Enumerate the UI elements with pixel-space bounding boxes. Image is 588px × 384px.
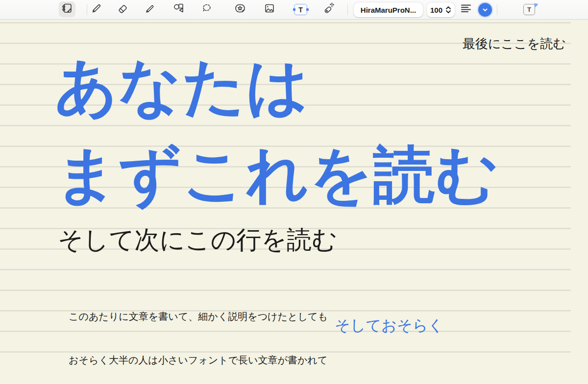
laser-pointer-tool[interactable] <box>320 1 337 17</box>
top-right-note-text[interactable]: 最後にここを読む <box>463 35 566 52</box>
stepper-chevrons-icon <box>445 6 451 14</box>
pen-tool[interactable] <box>88 1 105 17</box>
toolbar: T HiraMaruProN... 100 <box>0 0 588 20</box>
eraser-icon <box>116 1 129 17</box>
image-icon <box>263 1 276 17</box>
side-note-text[interactable]: そしておそらく 左の文章を読む前に この文章を読む <box>335 267 473 384</box>
lasso-tool[interactable] <box>198 1 215 17</box>
image-tool[interactable] <box>261 1 278 17</box>
text-align-button[interactable] <box>458 1 474 17</box>
selection-handle-right <box>306 8 309 11</box>
font-family-button[interactable]: HiraMaruProN... <box>354 2 423 17</box>
heart-icon: ♥ <box>533 0 539 9</box>
headline-line2-text[interactable]: まずこれを読む <box>55 144 499 206</box>
text-tool-selected[interactable]: T <box>294 4 307 15</box>
notebook-icon <box>60 1 74 17</box>
favorite-text-letter: T <box>527 6 531 13</box>
chevron-down-icon <box>482 6 489 13</box>
toolbar-divider <box>347 4 348 15</box>
laser-pointer-icon <box>321 1 335 17</box>
paragraph-line: このあたりに文章を書いて、細かく説明をつけたとしても <box>69 310 328 324</box>
text-align-icon <box>460 2 472 17</box>
highlighter-tool[interactable] <box>142 1 159 17</box>
pen-icon <box>90 1 103 17</box>
shapes-icon <box>172 1 186 17</box>
toolbar-divider <box>87 4 87 15</box>
second-line-text[interactable]: そして次にこの行を読む <box>58 227 338 252</box>
font-size-value: 100 <box>430 6 442 14</box>
toolbar-divider <box>497 4 497 15</box>
eraser-tool[interactable] <box>114 1 131 17</box>
headline-line1-text[interactable]: あなたは <box>55 56 310 118</box>
sticker-tool[interactable] <box>232 1 248 17</box>
font-family-label: HiraMaruProN... <box>361 6 416 14</box>
star-sticker-icon <box>233 1 247 17</box>
page-navigator-button[interactable] <box>59 1 75 17</box>
lasso-icon <box>200 1 214 17</box>
note-canvas[interactable]: 最後にここを読む あなたは まずこれを読む そして次にこの行を読む このあたりに… <box>0 20 588 384</box>
shapes-tool[interactable] <box>171 1 187 17</box>
text-color-swatch[interactable] <box>478 3 492 17</box>
selection-handle-left <box>293 8 295 11</box>
highlighter-icon <box>144 1 157 17</box>
side-note-line: そしておそらく <box>335 314 473 337</box>
text-tool-letter: T <box>298 6 303 14</box>
font-size-stepper[interactable]: 100 <box>427 2 455 17</box>
body-paragraph-text[interactable]: このあたりに文章を書いて、細かく説明をつけたとしても おそらく大半の人は小さいフ… <box>69 281 328 384</box>
favorite-text-style-button[interactable]: T ♥ <box>523 4 535 15</box>
paragraph-line: おそらく大半の人は小さいフォントで長い文章が書かれて <box>69 353 328 368</box>
